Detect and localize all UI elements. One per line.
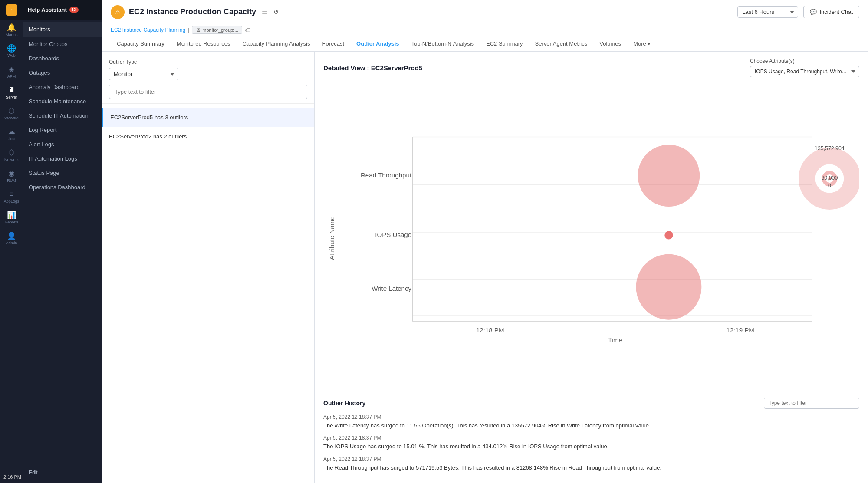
nav-apm[interactable]: ◈ APM (0, 62, 23, 82)
body-area: Outlier Type Monitor Monitor Group EC2Se… (102, 52, 868, 483)
history-entry-0: Apr 5, 2022 12:18:37 PM The Write Latenc… (323, 414, 859, 430)
outlier-chart: Read Throughput IOPS Usage Write Latency… (323, 85, 859, 391)
time-range-select[interactable]: Last 1 Hour Last 6 Hours Last 12 Hours L… (737, 6, 798, 18)
svg-text:0: 0 (828, 183, 831, 189)
sidebar-item-monitor-groups[interactable]: Monitor Groups (23, 37, 102, 51)
nav-cloud[interactable]: ☁ Cloud (0, 124, 23, 145)
history-date-1: Apr 5, 2022 12:18:37 PM (323, 435, 859, 441)
sidebar-item-it-automation-logs[interactable]: IT Automation Logs (23, 151, 102, 166)
incident-chat-label: Incident Chat (819, 9, 853, 15)
history-text-1: The IOPS Usage has surged to 15.01 %. Th… (323, 442, 859, 451)
outlier-type-select[interactable]: Monitor Monitor Group (109, 68, 178, 80)
refresh-icon[interactable]: ↺ (272, 7, 280, 17)
nav-alarms[interactable]: 🔔 Alarms (0, 20, 23, 41)
svg-text:60,000: 60,000 (822, 175, 838, 181)
nav-admin[interactable]: 👤 Admin (0, 228, 23, 249)
sidebar: ⌂ 🔔 Alarms 🌐 Web ◈ APM 🖥 Server ⬡ VMware… (0, 0, 102, 483)
outlier-item-ec2serverprod5[interactable]: EC2ServerProd5 has 3 outliers (102, 108, 314, 127)
nav-vmware-label: VMware (4, 116, 19, 120)
tab-top-n-bottom-n[interactable]: Top-N/Bottom-N Analysis (405, 36, 480, 52)
history-entry-1: Apr 5, 2022 12:18:37 PM The IOPS Usage h… (323, 435, 859, 451)
sidebar-header: Help Assistant 12 (23, 0, 102, 20)
topbar-right: Last 1 Hour Last 6 Hours Last 12 Hours L… (737, 6, 859, 18)
sidebar-item-edit[interactable]: Edit (23, 466, 102, 480)
outages-label: Outages (29, 69, 50, 76)
tab-monitored-resources[interactable]: Monitored Resources (171, 36, 237, 52)
outlier-filter-input[interactable] (109, 85, 307, 99)
sidebar-item-dashboards[interactable]: Dashboards (23, 51, 102, 66)
outlier-history-filter[interactable] (764, 398, 859, 409)
outlier-item-ec2serverprod2[interactable]: EC2ServerProd2 has 2 outliers (102, 127, 314, 146)
monitors-label: Monitors (29, 26, 50, 33)
menu-icon[interactable]: ☰ (260, 7, 269, 17)
alert-logs-label: Alert Logs (29, 141, 54, 148)
incident-chat-button[interactable]: 💬 Incident Chat (803, 6, 859, 18)
tab-ec2-summary[interactable]: EC2 Summary (480, 36, 529, 52)
nav-web[interactable]: 🌐 Web (0, 41, 23, 62)
breadcrumb-separator: | (188, 27, 189, 33)
svg-text:Write Latency: Write Latency (372, 285, 411, 292)
chip-label: monitor_group:... (202, 27, 238, 33)
tab-server-agent-metrics[interactable]: Server Agent Metrics (529, 36, 594, 52)
tab-outlier-analysis[interactable]: Outlier Analysis (350, 36, 405, 52)
outlier-history-header: Outlier History (323, 398, 859, 409)
nav-vmware[interactable]: ⬡ VMware (0, 103, 23, 124)
sidebar-item-log-report[interactable]: Log Report (23, 123, 102, 137)
attributes-select[interactable]: IOPS Usage, Read Throughput, Write... (750, 66, 859, 77)
history-date-0: Apr 5, 2022 12:18:37 PM (323, 414, 859, 420)
tabs-bar: Capacity Summary Monitored Resources Cap… (102, 36, 868, 52)
nav-rum-label: RUM (7, 178, 16, 183)
breadcrumb-link1[interactable]: EC2 Instance Capacity Planning (111, 27, 185, 33)
operations-dashboard-label: Operations Dashboard (29, 184, 85, 191)
tab-forecast[interactable]: Forecast (316, 36, 350, 52)
nav-network[interactable]: ⬡ Network (0, 145, 23, 166)
admin-icon: 👤 (7, 232, 16, 240)
tab-more[interactable]: More ▾ (627, 36, 657, 52)
nav-applogs[interactable]: ≡ AppLogs (0, 187, 23, 207)
vmware-icon: ⬡ (8, 107, 15, 115)
choose-attributes-label: Choose Attribute(s) (750, 58, 859, 64)
sidebar-item-alert-logs[interactable]: Alert Logs (23, 137, 102, 151)
sidebar-item-status-page[interactable]: Status Page (23, 166, 102, 180)
alert-icon: ⚠ (111, 5, 125, 19)
sidebar-item-schedule-it-automation[interactable]: Schedule IT Automation (23, 108, 102, 123)
tab-capacity-summary[interactable]: Capacity Summary (111, 36, 171, 52)
outlier-list: EC2ServerProd5 has 3 outliers EC2ServerP… (102, 104, 314, 483)
detail-title: Detailed View : EC2ServerProd5 (323, 64, 422, 72)
schedule-maintenance-label: Schedule Maintenance (29, 98, 86, 105)
breadcrumb-chip1[interactable]: 🖥 monitor_group:... (192, 26, 242, 34)
nav-reports[interactable]: 📊 Reports (0, 207, 23, 228)
tab-capacity-planning-analysis[interactable]: Capacity Planning Analysis (236, 36, 316, 52)
monitors-add-icon[interactable]: + (93, 26, 97, 33)
outlier-type-section: Outlier Type Monitor Monitor Group (102, 52, 314, 104)
nav-server[interactable]: 🖥 Server (0, 82, 23, 103)
outlier-item-label: EC2ServerProd5 has 3 outliers (110, 114, 188, 121)
outlier-item-label: EC2ServerProd2 has 2 outliers (109, 133, 187, 140)
home-nav-item[interactable]: ⌂ (0, 0, 23, 20)
history-entry-2: Apr 5, 2022 12:18:37 PM The Read Through… (323, 456, 859, 472)
svg-text:12:18 PM: 12:18 PM (476, 326, 504, 334)
detail-view: Detailed View : EC2ServerProd5 Choose At… (315, 52, 868, 391)
monitor-groups-label: Monitor Groups (29, 41, 68, 47)
sidebar-item-monitors[interactable]: Monitors + (23, 22, 102, 37)
applogs-icon: ≡ (10, 191, 14, 198)
breadcrumb: EC2 Instance Capacity Planning | 🖥 monit… (102, 24, 868, 36)
help-assistant-title: Help Assistant (28, 7, 67, 13)
history-text-0: The Write Latency has surged to 11.55 Op… (323, 421, 859, 430)
tag-icon[interactable]: 🏷 (245, 26, 251, 33)
sidebar-text-panel: Help Assistant 12 Monitors + Monitor Gro… (23, 0, 102, 483)
svg-text:12:19 PM: 12:19 PM (726, 326, 754, 334)
bubble-iops-usage (664, 231, 673, 239)
rum-icon: ◉ (8, 170, 15, 177)
svg-text:Attribute Name: Attribute Name (328, 216, 335, 260)
tab-volumes[interactable]: Volumes (593, 36, 627, 52)
sidebar-item-anomaly-dashboard[interactable]: Anomaly Dashboard (23, 80, 102, 94)
chart-area: Read Throughput IOPS Usage Write Latency… (315, 81, 868, 391)
topbar-icons: ☰ ↺ (260, 7, 280, 17)
outlier-history-title: Outlier History (323, 400, 365, 407)
alert-symbol: ⚠ (115, 8, 121, 16)
nav-rum[interactable]: ◉ RUM (0, 166, 23, 187)
sidebar-item-operations-dashboard[interactable]: Operations Dashboard (23, 180, 102, 194)
sidebar-item-outages[interactable]: Outages (23, 66, 102, 80)
sidebar-item-schedule-maintenance[interactable]: Schedule Maintenance (23, 94, 102, 108)
